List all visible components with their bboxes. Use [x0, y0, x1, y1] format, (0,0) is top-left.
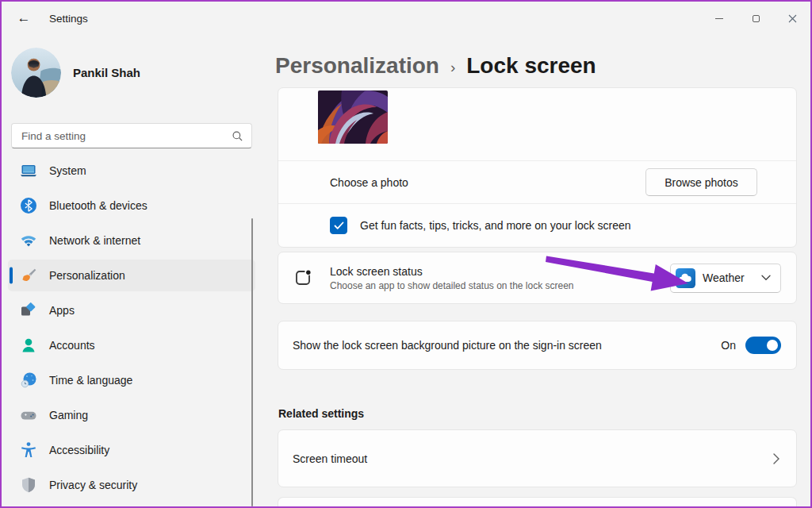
fun-facts-row: Get fun facts, tips, tricks, and more on…	[278, 204, 796, 247]
settings-scroll-area: Choose a photo Browse photos Get fun fac…	[278, 87, 797, 508]
lockscreen-thumbnail	[318, 90, 388, 144]
bluetooth-icon	[19, 196, 38, 215]
back-arrow-icon: ←	[17, 10, 31, 25]
lock-screen-status-icon	[293, 267, 313, 288]
sidebar-scrollbar[interactable]	[251, 218, 253, 506]
breadcrumb-parent[interactable]: Personalization	[275, 53, 439, 79]
search-icon	[232, 130, 243, 142]
sidebar-item-time-language[interactable]: Time & language	[8, 364, 255, 396]
time-language-icon	[19, 371, 38, 390]
toggle-knob	[767, 340, 778, 351]
sidebar-item-accessibility[interactable]: Accessibility	[8, 434, 255, 466]
screen-timeout-row[interactable]: Screen timeout	[278, 429, 797, 487]
system-icon	[19, 161, 38, 180]
sidebar-item-bluetooth[interactable]: Bluetooth & devices	[8, 190, 255, 221]
signin-background-card: Show the lock screen background picture …	[278, 321, 797, 370]
maximize-icon	[753, 15, 760, 22]
fun-facts-checkbox[interactable]	[330, 217, 347, 234]
close-button[interactable]	[774, 2, 810, 35]
sidebar-item-personalization[interactable]: Personalization	[8, 260, 255, 291]
next-settings-card	[278, 497, 797, 508]
personalization-icon	[19, 266, 38, 285]
page-title: Lock screen	[466, 53, 596, 79]
breadcrumb-separator-icon: ›	[450, 59, 455, 76]
screen-timeout-label: Screen timeout	[293, 452, 367, 465]
sidebar: Pankil Shah System Bluetooth & device	[2, 35, 262, 506]
status-app-dropdown[interactable]: Weather	[670, 264, 781, 293]
back-button[interactable]: ←	[11, 6, 36, 30]
minimize-button[interactable]	[701, 2, 737, 35]
choose-photo-label: Choose a photo	[330, 176, 408, 189]
chevron-down-icon	[761, 275, 771, 281]
sidebar-item-apps[interactable]: Apps	[8, 294, 255, 326]
background-card: Choose a photo Browse photos Get fun fac…	[278, 87, 797, 248]
browse-photos-button[interactable]: Browse photos	[645, 168, 757, 196]
accessibility-icon	[19, 441, 38, 460]
apps-icon	[19, 301, 38, 320]
user-name: Pankil Shah	[73, 66, 140, 79]
toggle-state-label: On	[721, 339, 736, 352]
sidebar-item-system[interactable]: System	[8, 155, 255, 187]
minimize-icon	[715, 18, 723, 19]
user-account[interactable]: Pankil Shah	[11, 48, 262, 98]
gaming-icon	[19, 406, 38, 425]
sidebar-item-network[interactable]: Network & internet	[8, 225, 255, 256]
dropdown-value: Weather	[703, 271, 745, 284]
maximize-button[interactable]	[737, 2, 774, 35]
lock-screen-status-card: Lock screen status Choose an app to show…	[278, 252, 797, 304]
signin-label: Show the lock screen background picture …	[293, 339, 602, 352]
sidebar-item-gaming[interactable]: Gaming	[8, 399, 255, 431]
weather-app-icon	[676, 268, 695, 288]
titlebar: ← Settings	[2, 2, 810, 35]
sidebar-nav: System Bluetooth & devices Network & int…	[2, 155, 262, 501]
sidebar-item-privacy[interactable]: Privacy & security	[8, 469, 255, 501]
settings-window: ← Settings	[0, 0, 812, 508]
status-subtitle: Choose an app to show detailed status on…	[330, 280, 574, 291]
choose-photo-row: Choose a photo Browse photos	[278, 161, 796, 203]
selected-indicator	[10, 267, 13, 284]
checkmark-icon	[334, 221, 344, 230]
window-controls	[701, 2, 810, 35]
related-settings-header: Related settings	[278, 407, 797, 421]
breadcrumb: Personalization › Lock screen	[275, 51, 810, 81]
chevron-right-icon	[773, 453, 779, 464]
close-icon	[788, 14, 797, 23]
window-title: Settings	[49, 13, 88, 25]
privacy-icon	[19, 475, 38, 495]
main-content: Personalization › Lock screen	[262, 35, 810, 506]
lockscreen-preview-row	[278, 90, 796, 160]
accounts-icon	[19, 336, 38, 355]
signin-toggle[interactable]	[745, 337, 781, 354]
status-text: Lock screen status Choose an app to show…	[330, 265, 574, 291]
avatar	[11, 48, 61, 98]
search-input[interactable]	[12, 130, 232, 142]
sidebar-item-accounts[interactable]: Accounts	[8, 329, 255, 361]
fun-facts-label: Get fun facts, tips, tricks, and more on…	[360, 219, 631, 232]
network-icon	[19, 231, 38, 250]
search-box	[11, 123, 252, 148]
status-title: Lock screen status	[330, 265, 574, 278]
